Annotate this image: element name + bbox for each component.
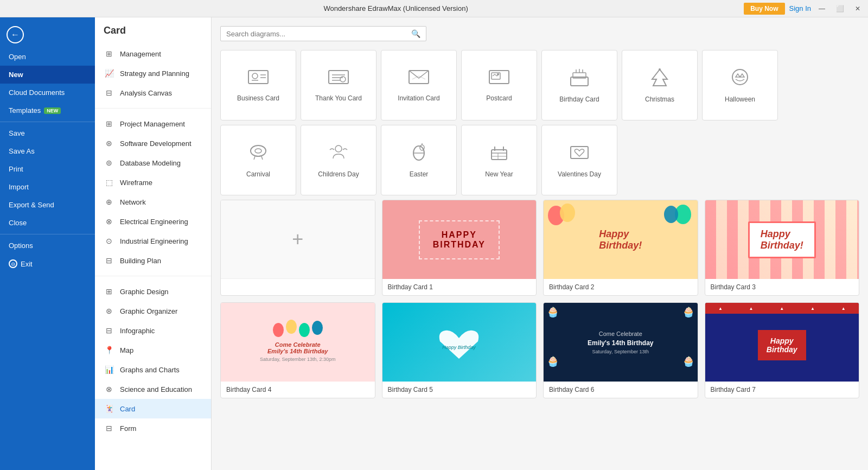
- bday4-bg: Come CelebrateEmily's 14th Birthday Satu…: [221, 303, 375, 382]
- maximize-button[interactable]: ⬜: [833, 4, 847, 14]
- sidebar-item-save[interactable]: Save: [0, 124, 95, 142]
- industrial-icon: ⊙: [104, 236, 114, 246]
- sidebar-item-open[interactable]: Open: [0, 48, 95, 66]
- sidebar-item-cloud[interactable]: Cloud Documents: [0, 84, 95, 101]
- category-easter[interactable]: Easter: [381, 125, 457, 195]
- bday2-label: Birthday Card 2: [544, 279, 698, 295]
- sidebar-back-button[interactable]: ←: [0, 22, 95, 48]
- sidebar-item-exit[interactable]: ⊖ Exit: [0, 255, 95, 273]
- sidebar-divider-2: [0, 234, 95, 234]
- new-blank-card[interactable]: +: [220, 200, 375, 296]
- balloon-blue: [664, 206, 678, 223]
- bday1-label: Birthday Card 1: [382, 279, 537, 295]
- category-halloween[interactable]: Halloween: [702, 50, 778, 120]
- sidebar-item-new[interactable]: New: [0, 66, 95, 84]
- nav-item-graphic[interactable]: ⊞ Graphic Design: [95, 282, 211, 301]
- new-year-icon: [488, 142, 510, 166]
- svg-point-30: [335, 145, 342, 152]
- category-thank-you[interactable]: Thank You Card: [301, 50, 376, 120]
- b4: [312, 321, 323, 335]
- svg-rect-0: [248, 71, 268, 84]
- balloon-yellow: [560, 204, 575, 222]
- nav-item-science[interactable]: ⊗ Science and Education: [95, 379, 211, 399]
- nav-item-industrial[interactable]: ⊙ Industrial Engineering: [95, 231, 211, 251]
- sidebar-item-options[interactable]: Options: [0, 237, 95, 255]
- birthday-card-7[interactable]: ▲ ▲ ▲ ▲ ▲ HappyBirthday Birthday Card 7: [705, 302, 860, 398]
- bday3-text: HappyBirthday!: [761, 228, 803, 251]
- sidebar-item-print[interactable]: Print: [0, 160, 95, 178]
- sign-in-link[interactable]: Sign In: [789, 4, 811, 12]
- nav-item-analysis[interactable]: ⊟ Analysis Canvas: [95, 83, 211, 103]
- category-new-year[interactable]: New Year: [461, 125, 537, 195]
- category-birthday[interactable]: Birthday Card: [541, 50, 617, 120]
- building-label: Building Plan: [120, 257, 161, 265]
- birthday-card-1[interactable]: HAPPYBIRTHDAY Birthday Card 1: [382, 200, 537, 296]
- category-business-card[interactable]: Business Card: [220, 50, 296, 120]
- templates-section: + HAPPYBIRTHDAY Birthday Card 1: [220, 200, 859, 398]
- category-invitation[interactable]: Invitation Card: [381, 50, 457, 120]
- nav-item-wireframe[interactable]: ⬚ Wireframe: [95, 173, 211, 192]
- nav-item-card[interactable]: 🃏 Card: [95, 399, 211, 418]
- christmas-label: Christmas: [645, 96, 674, 103]
- building-icon: ⊟: [104, 255, 114, 266]
- category-childrens-day[interactable]: Childrens Day: [301, 125, 376, 195]
- new-label: New: [9, 71, 23, 79]
- nav-item-strategy[interactable]: 📈 Strategy and Planning: [95, 63, 211, 83]
- sidebar-item-close[interactable]: Close: [0, 214, 95, 232]
- nav-item-map[interactable]: 📍 Map: [95, 340, 211, 360]
- nav-item-graphs[interactable]: 📊 Graphs and Charts: [95, 360, 211, 379]
- saveas-label: Save As: [9, 147, 35, 155]
- sidebar-item-import[interactable]: Import: [0, 178, 95, 196]
- category-christmas[interactable]: Christmas: [622, 50, 698, 120]
- app-title: Wondershare EdrawMax (Unlicensed Version…: [48, 4, 744, 12]
- nav-item-database[interactable]: ⊚ Database Modeling: [95, 153, 211, 173]
- wireframe-icon: ⬚: [104, 177, 114, 188]
- easter-label: Easter: [410, 170, 429, 178]
- search-input[interactable]: [226, 30, 411, 38]
- sidebar-item-export[interactable]: Export & Send: [0, 196, 95, 214]
- bday3-inner: HappyBirthday!: [748, 221, 816, 258]
- sidebar-item-templates[interactable]: Templates NEW: [0, 101, 95, 119]
- thank-you-icon: [328, 68, 349, 90]
- bday3-thumb: HappyBirthday!: [705, 200, 859, 279]
- category-valentines[interactable]: Valentines Day: [541, 125, 617, 195]
- birthday-card-5[interactable]: Happy Birthday Birthday Card 5: [382, 302, 537, 398]
- cupcake-br: 🧁: [682, 355, 694, 367]
- nav-item-management[interactable]: ⊞ Management: [95, 44, 211, 63]
- strategy-icon: 📈: [104, 68, 114, 79]
- analysis-icon: ⊟: [104, 87, 114, 98]
- category-postcard[interactable]: Postcard: [461, 50, 537, 120]
- search-bar[interactable]: 🔍: [220, 26, 426, 41]
- tri5: ▲: [841, 306, 846, 311]
- birthday-card-2[interactable]: HappyBirthday! Birthday Card 2: [543, 200, 698, 296]
- minimize-button[interactable]: —: [815, 4, 828, 14]
- exit-icon: ⊖: [9, 259, 17, 268]
- management-icon: ⊞: [104, 48, 114, 59]
- bday5-label: Birthday Card 5: [382, 382, 537, 398]
- graphic-label: Graphic Design: [120, 288, 169, 296]
- exit-row: ⊖ Exit: [9, 259, 33, 268]
- nav-item-building[interactable]: ⊟ Building Plan: [95, 251, 211, 270]
- birthday-card-3[interactable]: HappyBirthday! Birthday Card 3: [705, 200, 860, 296]
- nav-sep-2: [95, 276, 211, 276]
- category-carnival[interactable]: Carnival: [220, 125, 296, 195]
- wireframe-label: Wireframe: [120, 179, 152, 187]
- birthday-card-6[interactable]: 🧁 🧁 🧁 🧁 Come Celebrate Emily's 14th Birt…: [543, 302, 698, 398]
- nav-sep-1: [95, 108, 211, 109]
- cupcake-bl: 🧁: [547, 355, 559, 367]
- sidebar-item-saveas[interactable]: Save As: [0, 142, 95, 160]
- nav-item-electrical[interactable]: ⊗ Electrical Engineering: [95, 212, 211, 231]
- buy-now-button[interactable]: Buy Now: [744, 3, 784, 15]
- nav-item-project[interactable]: ⊞ Project Management: [95, 114, 211, 134]
- electrical-icon: ⊗: [104, 216, 114, 227]
- nav-item-form[interactable]: ⊟ Form: [95, 418, 211, 438]
- nav-item-software[interactable]: ⊛ Software Development: [95, 134, 211, 153]
- nav-item-infographic[interactable]: ⊟ Infographic: [95, 321, 211, 340]
- tri2: ▲: [749, 306, 754, 311]
- bday2-visual: HappyBirthday!: [544, 200, 698, 279]
- close-button[interactable]: ✕: [852, 4, 864, 14]
- nav-item-network[interactable]: ⊕ Network: [95, 192, 211, 212]
- nav-item-organizer[interactable]: ⊛ Graphic Organizer: [95, 301, 211, 321]
- bday2-text: HappyBirthday!: [599, 228, 642, 251]
- birthday-card-4[interactable]: Come CelebrateEmily's 14th Birthday Satu…: [220, 302, 375, 398]
